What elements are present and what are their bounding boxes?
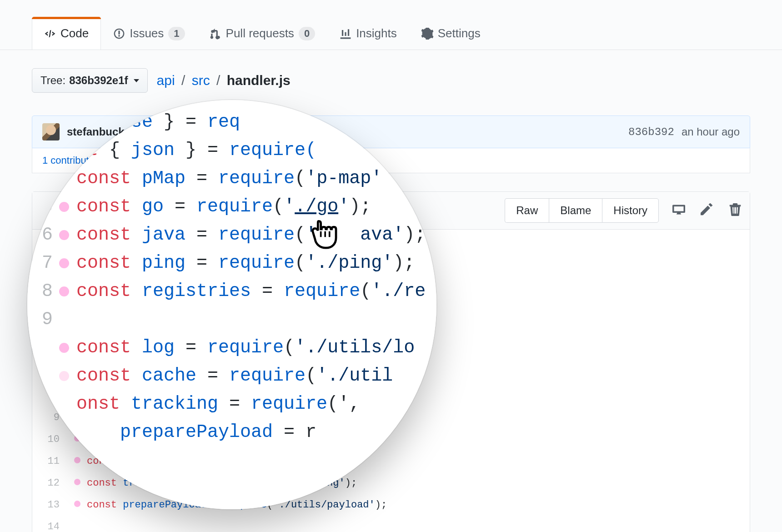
code-line: 9 [32,407,750,429]
line-content [69,516,74,532]
breadcrumb-file: handler.js [227,73,291,88]
code-area: 1const { parse } = require('url');2const… [32,230,750,532]
file-header: Raw Blame History [32,192,750,230]
code-line: 4 [32,298,750,320]
tab-issues-label: Issues [130,26,164,40]
history-button[interactable]: History [602,198,659,223]
line-content: const { parse } = require('url'); [69,232,285,254]
code-line: 11const cache = require('./utils/cache')… [32,451,750,472]
contributors-stripe: 1 contributor [32,148,750,173]
line-number[interactable]: 12 [32,472,69,494]
code-line: 8const registries = require('./registrie… [32,385,750,407]
line-content [69,407,74,429]
commit-sha[interactable]: 836b392 [628,126,674,138]
file-box: Raw Blame History 1const { parse } = req… [32,191,750,532]
line-content: const java = require('./java'); [69,341,273,363]
code-line: 12const tracking = require('./utils/trac… [32,472,750,494]
pull-request-icon [210,28,221,40]
content: Tree: 836b392e1f api / src / handler.js … [0,50,782,532]
tab-pull-requests[interactable]: Pull requests 0 [197,17,328,50]
code-line: 13const preparePayload = require('./util… [32,494,750,516]
graph-icon [340,28,351,40]
linker-dot-icon[interactable] [74,326,80,332]
code-line: 14 [32,516,750,532]
file-icon-actions [672,203,742,218]
repo-tabnav: Code Issues 1 Pull requests 0 Insights S… [0,0,782,50]
code-line: 3const pMap = require('p-map'); [32,276,750,298]
line-content: const tracking = require('./utils/tracki… [69,472,357,494]
path-row: Tree: 836b392e1f api / src / handler.js [32,68,750,93]
line-content: const log = require('./utils/log'); [69,429,297,451]
file-action-group: Raw Blame History [505,198,659,223]
commit-author[interactable]: stefanbuck [67,125,125,138]
line-content: const registries = require('./registries… [69,385,345,407]
breadcrumb: api / src / handler.js [157,73,291,88]
code-line: 10const log = require('./utils/log'); [32,429,750,451]
linker-dot-icon[interactable] [74,391,80,398]
tab-issues[interactable]: Issues 1 [101,17,197,50]
pr-count: 0 [299,27,315,40]
tree-selector[interactable]: Tree: 836b392e1f [32,68,148,93]
line-number[interactable]: 11 [32,451,69,472]
tab-pr-label: Pull requests [226,26,294,40]
line-number[interactable]: 6 [32,341,69,363]
linker-dot-icon[interactable] [74,370,80,376]
tree-prefix: Tree: [40,74,65,87]
tab-insights[interactable]: Insights [327,17,409,50]
linker-dot-icon[interactable] [74,261,80,267]
line-number[interactable]: 5 [32,320,69,341]
tab-insights-label: Insights [356,26,397,40]
code-line: 7const ping = require('./ping'); [32,363,750,385]
linker-dot-icon[interactable] [74,501,80,507]
tab-code[interactable]: Code [32,17,101,50]
line-content: const ping = require('./ping'); [69,363,273,385]
line-number[interactable]: 13 [32,494,69,516]
linker-dot-icon[interactable] [74,457,80,463]
line-content: const preparePayload = require('./utils/… [69,494,387,516]
line-number[interactable]: 10 [32,429,69,451]
tab-code-label: Code [60,26,89,40]
line-number[interactable]: 14 [32,516,69,532]
line-number[interactable]: 4 [32,298,69,320]
pencil-icon[interactable] [701,203,713,218]
raw-button[interactable]: Raw [505,198,549,223]
line-number[interactable]: 1 [32,232,69,254]
line-number[interactable]: 7 [32,363,69,385]
line-content [69,298,74,320]
issues-count: 1 [168,27,185,40]
breadcrumb-sep: / [179,73,188,88]
code-line: 5const go = require('./go'); [32,320,750,341]
breadcrumb-sep: / [214,73,223,88]
commit-time: an hour ago [682,125,740,138]
linker-dot-icon[interactable] [74,348,80,354]
desktop-icon[interactable] [672,203,685,218]
issue-icon [113,28,125,40]
line-content: const { json } = require('micro'); [69,254,291,276]
line-content: const pMap = require('p-map'); [69,276,267,298]
line-number[interactable]: 3 [32,276,69,298]
breadcrumb-root[interactable]: api [157,73,175,88]
contributors-link[interactable]: 1 contributor [42,155,98,166]
code-line: 1const { parse } = require('url'); [32,232,750,254]
line-number[interactable]: 8 [32,385,69,407]
tab-settings-label: Settings [438,26,481,40]
code-icon [44,28,56,40]
tab-settings[interactable]: Settings [409,17,493,50]
tree-ref: 836b392e1f [69,74,128,87]
line-number[interactable]: 9 [32,407,69,429]
linker-dot-icon[interactable] [74,282,80,289]
trash-icon[interactable] [729,203,742,218]
line-content: const cache = require('./utils/cache'); [69,451,321,472]
avatar[interactable] [42,123,60,141]
linker-dot-icon[interactable] [74,479,80,485]
blame-button[interactable]: Blame [549,198,602,223]
code-line: 6const java = require('./java'); [32,341,750,363]
breadcrumb-dir[interactable]: src [192,73,210,88]
line-number[interactable]: 2 [32,254,69,276]
caret-down-icon [134,79,139,82]
gear-icon [421,28,433,40]
code-line: 2const { json } = require('micro'); [32,254,750,276]
commit-stripe: stefanbuck 836b392 an hour ago [32,115,750,148]
linker-dot-icon[interactable] [74,435,80,442]
linker-dot-icon[interactable] [74,239,80,245]
